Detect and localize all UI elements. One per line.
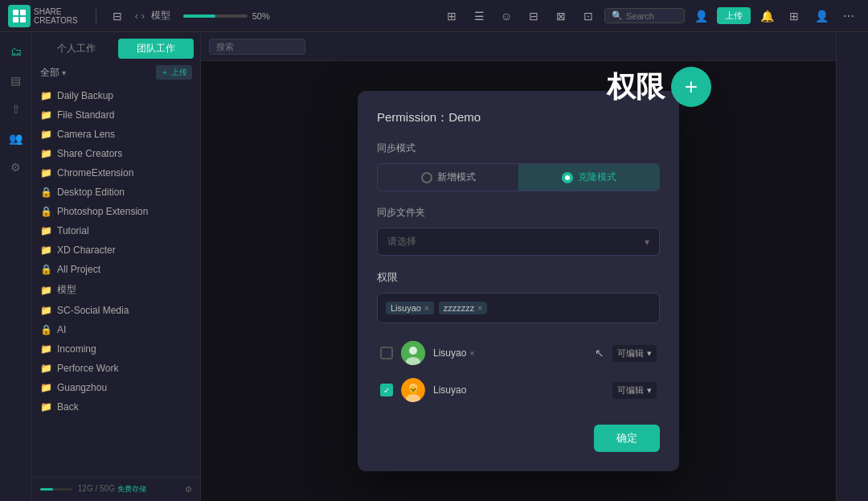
list-item[interactable]: 🔒 Desktop Edition <box>35 183 197 202</box>
list-item[interactable]: 📁 Tutorial <box>35 221 197 240</box>
list-item[interactable]: 🔒 AI <box>35 320 197 339</box>
svg-rect-3 <box>20 17 26 23</box>
cursor-icon: ↖ <box>595 347 604 359</box>
sync-mode-label: 同步模式 <box>377 142 660 155</box>
dialog-title: Permission：Demo <box>377 110 660 125</box>
svg-point-5 <box>409 347 417 355</box>
user-checkbox-1[interactable] <box>380 347 393 359</box>
sidebar-icon-share[interactable]: ⇧ <box>3 97 29 122</box>
logo-text: SHARE CREATORS <box>34 7 78 25</box>
search-box[interactable]: 🔍 <box>604 8 685 23</box>
perm-dropdown-2[interactable]: 可编辑 ▾ <box>612 382 657 399</box>
file-name: AI <box>57 324 66 335</box>
lock-icon: 🔒 <box>40 206 52 217</box>
emoji-btn[interactable]: ☺ <box>495 5 518 27</box>
file-name: XD Character <box>57 244 116 256</box>
layout-toggle-btn[interactable]: ⊟ <box>106 5 129 27</box>
file-name: Camera Lens <box>57 129 115 140</box>
right-panel <box>836 32 868 501</box>
chevron-down-icon: ▾ <box>645 236 649 248</box>
list-item[interactable]: 📁 File Standard <box>35 105 197 125</box>
main-toolbar <box>201 32 836 61</box>
settings-btn[interactable]: ⋯ <box>837 5 860 27</box>
list-item[interactable]: 📁 Guangzhou <box>35 378 197 397</box>
list-item[interactable]: 📁 Incoming <box>35 339 197 359</box>
list-item[interactable]: 📁 XD Character <box>35 240 197 260</box>
user-name-remove-icon[interactable]: × <box>469 349 474 358</box>
sidebar-icon-users[interactable]: 👥 <box>3 125 29 151</box>
filter-btn[interactable]: ⊟ <box>522 5 545 27</box>
perm-dropdown-1[interactable]: 可编辑 ▾ <box>612 345 657 362</box>
file-name: Guangzhou <box>57 382 107 393</box>
folder-icon: 📁 <box>40 90 52 101</box>
sidebar-icon-files[interactable]: 🗂 <box>3 39 29 64</box>
user-checkbox-2[interactable]: ✓ <box>380 384 393 396</box>
tag-lisuyao: Lisuyao × <box>386 302 434 314</box>
lock-icon: 🔒 <box>40 187 52 198</box>
list-item[interactable]: 🔒 Photoshop Extension <box>35 202 197 221</box>
tab-personal[interactable]: 个人工作 <box>39 39 115 59</box>
folder-icon: 📁 <box>40 285 52 296</box>
layout: 🗂 ▤ ⇧ 👥 ⚙ 个人工作 团队工作 全部 ▾ ＋ 上传 📁 Daily Ba… <box>0 32 868 501</box>
folder-icon: 📁 <box>40 225 52 236</box>
folder-icon: 📁 <box>40 343 52 355</box>
file-name: All Project <box>57 264 100 275</box>
list-item[interactable]: 📁 Camera Lens <box>35 125 197 144</box>
upload-btn-panel[interactable]: ＋ 上传 <box>156 65 192 80</box>
main-search-input[interactable] <box>209 39 305 55</box>
user-name-2: Lisuyao <box>433 384 604 396</box>
tag-remove-btn[interactable]: × <box>424 304 429 313</box>
tab-team[interactable]: 团队工作 <box>118 39 194 59</box>
user-avatar-1 <box>401 341 425 365</box>
mode-clone-option[interactable]: 克隆模式 <box>518 164 659 191</box>
tags-input[interactable]: Lisuyao × zzzzzzz × <box>377 293 660 323</box>
upload-button[interactable]: 上传 <box>717 7 751 24</box>
folder-icon: 📁 <box>40 363 52 374</box>
mode-clone-label: 克隆模式 <box>578 170 616 184</box>
lock-icon: 🔒 <box>40 324 52 335</box>
list-item[interactable]: 📁 Daily Backup <box>35 86 197 105</box>
list-item[interactable]: 🔒 All Project <box>35 260 197 279</box>
mode-add-radio <box>421 172 432 183</box>
bell-btn[interactable]: 🔔 <box>755 5 778 27</box>
svg-rect-0 <box>13 10 18 15</box>
left-panel: 个人工作 团队工作 全部 ▾ ＋ 上传 📁 Daily Backup 📁 Fil… <box>32 32 201 501</box>
nav-back-btn[interactable]: ‹ <box>135 10 138 22</box>
file-name: Back <box>57 401 79 413</box>
list-item[interactable]: 📁 SC-Social Media <box>35 301 197 320</box>
user-icon-btn[interactable]: 👤 <box>690 5 712 27</box>
list-view-btn[interactable]: ☰ <box>468 5 490 27</box>
columns-btn[interactable]: ⊠ <box>550 5 572 27</box>
storage-settings-icon[interactable]: ⚙ <box>185 485 192 494</box>
more-btn[interactable]: ⊡ <box>577 5 600 27</box>
list-item[interactable]: 📁 Share Creators <box>35 144 197 163</box>
filter-label: 全部 ▾ <box>40 66 66 80</box>
grid-view-btn[interactable]: ⊞ <box>440 5 463 27</box>
logo-icon <box>8 5 31 27</box>
account-btn[interactable]: 👤 <box>810 5 833 27</box>
main-content: 权限 + Permission：Demo 同步模式 新增模式 克隆模式 <box>201 61 836 501</box>
folder-select[interactable]: 请选择 ▾ <box>377 228 660 256</box>
user-row-2: ✓ 🐱 Lisuyao 可编辑 ▾ <box>377 372 660 409</box>
storage-label: 12G / 50G 免费存储 <box>40 484 146 495</box>
sidebar-icon-layers[interactable]: ▤ <box>3 68 29 93</box>
mode-add-label: 新增模式 <box>437 170 476 184</box>
list-item[interactable]: 📁 模型 <box>35 279 197 301</box>
folder-icon: 📁 <box>40 382 52 393</box>
list-item[interactable]: 📁 ChromeExtension <box>35 163 197 183</box>
file-name: Photoshop Extension <box>57 206 148 217</box>
svg-rect-1 <box>20 10 26 15</box>
search-input[interactable] <box>626 11 674 21</box>
file-name: Daily Backup <box>57 90 113 101</box>
panel-bottom: 12G / 50G 免费存储 ⚙ <box>32 477 200 501</box>
apps-btn[interactable]: ⊞ <box>783 5 805 27</box>
list-item[interactable]: 📁 Back <box>35 397 197 417</box>
mode-add-option[interactable]: 新增模式 <box>378 164 518 191</box>
confirm-button[interactable]: 确定 <box>594 425 660 452</box>
badge-plus-btn[interactable]: + <box>671 67 711 107</box>
main-area: 权限 + Permission：Demo 同步模式 新增模式 克隆模式 <box>201 32 836 501</box>
list-item[interactable]: 📁 Perforce Work <box>35 359 197 378</box>
sidebar-icon-settings[interactable]: ⚙ <box>3 154 29 180</box>
tag-remove-btn[interactable]: × <box>477 304 482 313</box>
nav-forward-btn[interactable]: › <box>141 10 145 22</box>
